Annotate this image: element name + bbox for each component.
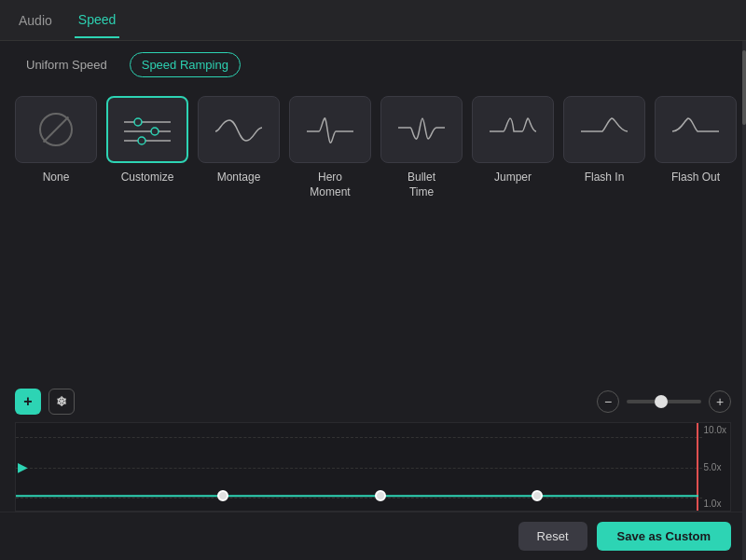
- preset-label-montage: Montage: [217, 171, 261, 185]
- control-point-3[interactable]: [532, 490, 543, 501]
- timeline-section: + ❄ − +: [0, 377, 746, 512]
- mode-tabs: Uniform Speed Speed Ramping: [0, 41, 746, 89]
- preset-label-jumper: Jumper: [494, 171, 532, 185]
- preset-label-none: None: [43, 171, 70, 185]
- top-tabs: Audio Speed: [0, 0, 746, 41]
- preset-label-bullet: BulletTime: [408, 171, 435, 199]
- freeze-button[interactable]: ❄: [48, 389, 75, 415]
- preset-box-customize[interactable]: [106, 96, 188, 163]
- zoom-controls: − +: [597, 390, 731, 413]
- flash-out-icon: [668, 111, 724, 148]
- preset-montage[interactable]: Montage: [198, 96, 280, 185]
- montage-icon: [211, 111, 267, 148]
- control-point-1[interactable]: [217, 490, 228, 501]
- preset-flash-out[interactable]: Flash Out: [655, 96, 737, 185]
- preset-customize[interactable]: Customize: [106, 96, 188, 185]
- zoom-in-button[interactable]: +: [709, 390, 731, 413]
- preset-none[interactable]: None: [15, 96, 97, 185]
- zoom-slider[interactable]: [627, 400, 701, 403]
- svg-point-5: [138, 137, 145, 144]
- zoom-out-button[interactable]: −: [597, 390, 619, 413]
- preset-box-montage[interactable]: [198, 96, 280, 163]
- flash-in-icon: [576, 111, 632, 148]
- svg-point-3: [134, 118, 142, 126]
- jumper-icon: [485, 111, 541, 148]
- preset-box-flash-in[interactable]: [563, 96, 645, 163]
- add-keyframe-button[interactable]: +: [15, 389, 41, 415]
- spacer: [0, 214, 746, 377]
- none-icon: [39, 113, 73, 146]
- graph-labels: 10.0x 5.0x 1.0x: [704, 423, 726, 511]
- preset-label-flash-out: Flash Out: [671, 171, 720, 185]
- tab-speed-ramping[interactable]: Speed Ramping: [130, 52, 241, 77]
- bottom-bar: Reset Save as Custom: [0, 512, 746, 560]
- preset-box-bullet[interactable]: [380, 96, 463, 163]
- zoom-slider-thumb[interactable]: [655, 395, 668, 408]
- hero-icon: [302, 111, 358, 148]
- reset-button[interactable]: Reset: [518, 522, 587, 551]
- scrollbar[interactable]: [742, 41, 746, 560]
- save-custom-button[interactable]: Save as Custom: [597, 522, 731, 551]
- tab-audio[interactable]: Audio: [15, 4, 56, 37]
- preset-hero-moment[interactable]: HeroMoment: [289, 96, 371, 199]
- start-arrow: ▶: [18, 459, 28, 474]
- preset-jumper[interactable]: Jumper: [472, 96, 554, 185]
- svg-point-4: [151, 128, 159, 135]
- bullet-icon: [394, 111, 449, 148]
- speed-curve-svg: [16, 423, 698, 511]
- preset-box-hero[interactable]: [289, 96, 371, 163]
- tab-speed[interactable]: Speed: [75, 3, 119, 38]
- graph-area[interactable]: ▶ 10.0x 5.0x 1.0x: [15, 422, 731, 512]
- presets-grid: None Customize: [0, 89, 746, 214]
- control-point-2[interactable]: [375, 490, 386, 501]
- preset-box-jumper[interactable]: [472, 96, 554, 163]
- timeline-controls: + ❄ − +: [15, 389, 731, 415]
- label-5x: 5.0x: [704, 462, 726, 472]
- preset-flash-in[interactable]: Flash In: [563, 96, 645, 185]
- scrollbar-thumb[interactable]: [742, 50, 746, 125]
- preset-box-flash-out[interactable]: [655, 96, 737, 163]
- preset-label-customize: Customize: [121, 171, 174, 185]
- preset-box-none[interactable]: [15, 96, 97, 163]
- tab-uniform-speed[interactable]: Uniform Speed: [15, 53, 118, 76]
- app-container: Audio Speed Uniform Speed Speed Ramping …: [0, 0, 746, 560]
- customize-icon: [119, 111, 175, 148]
- label-10x: 10.0x: [704, 425, 726, 435]
- preset-label-hero: HeroMoment: [310, 171, 350, 199]
- preset-label-flash-in: Flash In: [585, 171, 625, 185]
- label-1x: 1.0x: [704, 499, 726, 509]
- preset-bullet-time[interactable]: BulletTime: [380, 96, 463, 199]
